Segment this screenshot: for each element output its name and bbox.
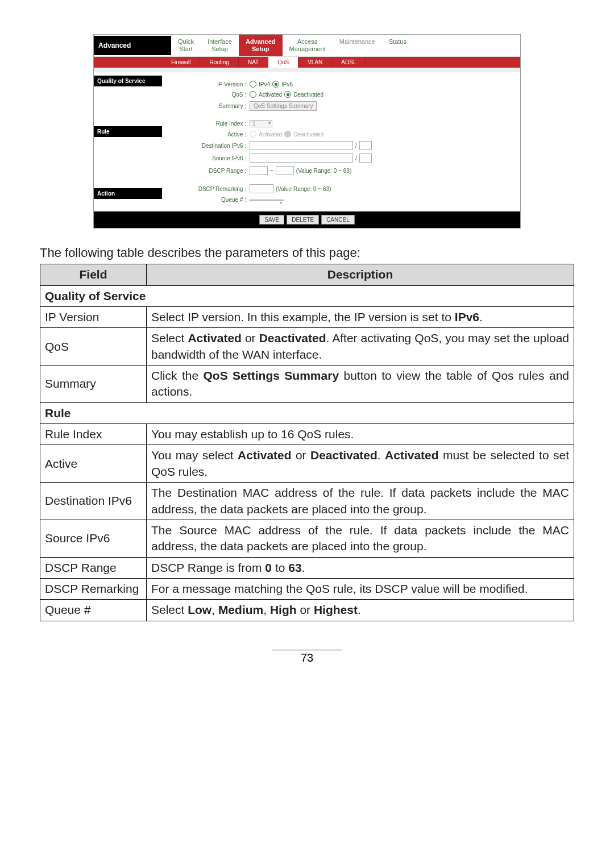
dscp-remarking-input[interactable] <box>250 184 273 193</box>
top-nav-tabs: QuickStart InterfaceSetup AdvancedSetup … <box>171 35 520 56</box>
field-cell: IP Version <box>40 307 147 328</box>
description-cell: The Source MAC address of the rule. If d… <box>147 520 574 557</box>
section-quality-of-service: Quality of Service <box>94 76 162 86</box>
save-button[interactable]: SAVE <box>259 215 284 225</box>
label-dscp-remarking: DSCP Remarking : <box>167 186 250 192</box>
radio-active-deactivated-label: Deactivated <box>293 131 323 138</box>
dscp-range-sep: ~ <box>270 168 273 174</box>
label-dscp-range: DSCP Range : <box>167 168 250 174</box>
radio-active-activated[interactable] <box>250 131 256 138</box>
dscp-remarking-note: (Value Range: 0 ~ 63) <box>276 186 331 192</box>
label-dest-ipv6: Destination IPv6 : <box>167 143 250 149</box>
radio-active-deactivated[interactable] <box>284 131 291 138</box>
nav-brand: Advanced <box>94 36 171 55</box>
tab-advanced-setup[interactable]: AdvancedSetup <box>239 35 283 56</box>
dscp-range-from-input[interactable] <box>250 166 268 175</box>
description-cell: Select IP version. In this example, the … <box>147 307 574 328</box>
section-header: Quality of Service <box>40 285 574 306</box>
section-rule: Rule <box>94 126 162 137</box>
dest-ipv6-input[interactable] <box>250 141 353 150</box>
tab-access-management[interactable]: AccessManagement <box>283 35 333 56</box>
source-ipv6-prefix-input[interactable] <box>359 153 372 163</box>
subtab-routing[interactable]: Routing <box>200 57 238 68</box>
tab-interface-setup[interactable]: InterfaceSetup <box>201 35 239 56</box>
router-screenshot: Advanced QuickStart InterfaceSetup Advan… <box>93 34 521 229</box>
field-cell: QoS <box>40 328 147 366</box>
radio-active-activated-label: Activated <box>259 131 282 138</box>
dscp-range-to-input[interactable] <box>276 166 294 175</box>
cancel-button[interactable]: CANCEL <box>321 215 355 225</box>
subtab-firewall[interactable]: Firewall <box>162 57 200 68</box>
field-cell: DSCP Range <box>40 557 147 578</box>
description-cell: Select Low, Medium, High or Highest. <box>147 600 574 621</box>
label-source-ipv6: Source IPv6 : <box>167 155 250 161</box>
description-table: Field Description Quality of ServiceIP V… <box>40 264 574 621</box>
page-number: 73 <box>40 650 574 665</box>
tab-quick-start[interactable]: QuickStart <box>171 35 201 56</box>
radio-qos-deactivated[interactable] <box>284 91 291 98</box>
label-summary: Summary : <box>167 103 250 109</box>
th-field: Field <box>40 264 147 285</box>
field-cell: Active <box>40 445 147 483</box>
dest-ipv6-prefix-input[interactable] <box>359 141 372 150</box>
radio-qos-deactivated-label: Deactivated <box>293 92 323 98</box>
source-ipv6-input[interactable] <box>250 153 353 163</box>
radio-ipv4-label: IPv4 <box>259 81 270 88</box>
description-cell: The Destination MAC address of the rule.… <box>147 483 574 520</box>
description-cell: You may select Activated or Deactivated.… <box>147 445 574 483</box>
description-cell: For a message matching the QoS rule, its… <box>147 578 574 599</box>
delete-button[interactable]: DELETE <box>287 215 319 225</box>
field-cell: Queue # <box>40 600 147 621</box>
field-cell: Destination IPv6 <box>40 483 147 520</box>
field-cell: Summary <box>40 366 147 403</box>
th-description: Description <box>147 264 574 285</box>
description-cell: DSCP Range is from 0 to 63. <box>147 557 574 578</box>
subtab-adsl[interactable]: ADSL <box>332 57 366 68</box>
description-cell: Click the QoS Settings Summary button to… <box>147 366 574 403</box>
label-active: Active : <box>167 131 250 138</box>
qos-settings-summary-button[interactable]: QoS Settings Summary <box>250 101 317 111</box>
label-queue: Queue # : <box>167 197 250 203</box>
radio-ipv6-label: IPv6 <box>281 81 293 88</box>
section-action: Action <box>94 188 162 199</box>
field-cell: Source IPv6 <box>40 520 147 557</box>
label-qos: QoS : <box>167 92 250 98</box>
field-cell: DSCP Remarking <box>40 578 147 599</box>
label-ip-version: IP Version : <box>167 81 250 88</box>
queue-select[interactable] <box>250 200 284 201</box>
subtab-nat[interactable]: NAT <box>239 57 268 68</box>
radio-qos-activated[interactable] <box>250 91 256 98</box>
description-cell: You may establish up to 16 QoS rules. <box>147 424 574 445</box>
section-header: Rule <box>40 402 574 423</box>
tab-maintenance[interactable]: Maintenance <box>333 35 382 56</box>
rule-index-select[interactable]: 1 <box>250 120 272 127</box>
subtab-qos[interactable]: QoS <box>268 57 298 68</box>
tab-status[interactable]: Status <box>382 35 413 56</box>
dscp-range-note: (Value Range: 0 ~ 63) <box>296 168 351 174</box>
label-rule-index: Rule Index : <box>167 121 250 127</box>
field-cell: Rule Index <box>40 424 147 445</box>
radio-qos-activated-label: Activated <box>259 92 282 98</box>
description-cell: Select Activated or Deactivated. After a… <box>147 328 574 366</box>
radio-ipv4[interactable] <box>250 81 256 88</box>
radio-ipv6[interactable] <box>272 81 279 88</box>
subtab-vlan[interactable]: VLAN <box>298 57 332 68</box>
intro-text: The following table describes the parame… <box>40 246 574 260</box>
